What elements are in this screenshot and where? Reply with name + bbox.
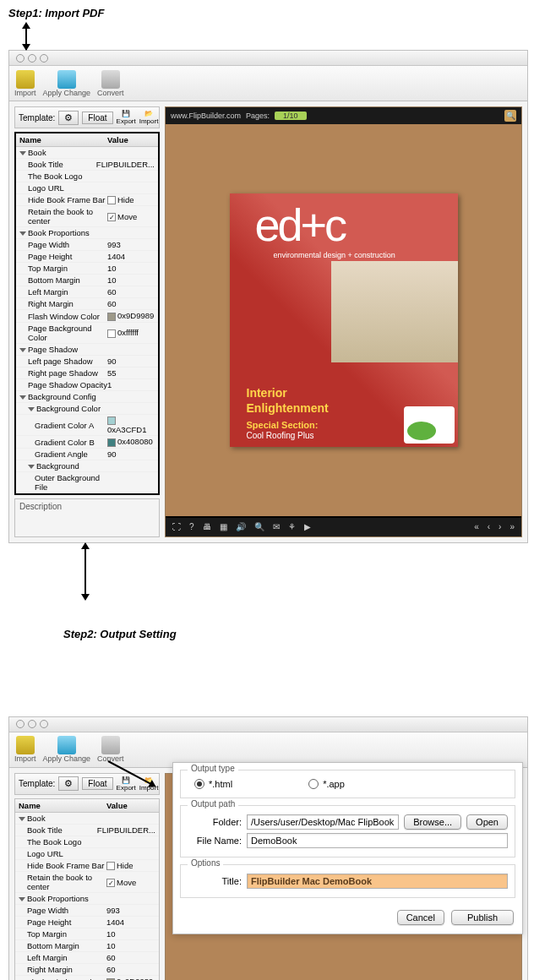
property-row[interactable]: Flash Window Color0x9D9989	[15, 976, 159, 980]
template-gear-button[interactable]: ⚙	[58, 111, 79, 125]
preview-stage[interactable]: ed+c environmental design + construction…	[166, 124, 521, 516]
browse-button[interactable]: Browse...	[404, 814, 461, 830]
cancel-button[interactable]: Cancel	[397, 910, 444, 925]
page-indicator: 1/10	[275, 112, 307, 120]
property-row[interactable]: Book TitleFLIPBUILDER...	[16, 159, 158, 171]
folder-input[interactable]: /Users/user/Desktop/Mac FlipBook	[247, 814, 399, 830]
print-icon[interactable]: 🖶	[203, 522, 211, 531]
property-row[interactable]: Bottom Margin10	[15, 940, 159, 952]
property-row[interactable]: Left Margin60	[16, 286, 158, 298]
share-icon[interactable]: ⚘	[288, 522, 296, 531]
property-row[interactable]: Page Background Color0xffffff	[16, 323, 158, 344]
property-row[interactable]: Top Margin10	[16, 263, 158, 275]
next-page-icon[interactable]: ›	[499, 522, 501, 531]
property-row[interactable]: Book Proportions	[16, 227, 158, 239]
property-row[interactable]: Gradient Color A0xA3CFD1	[16, 415, 158, 436]
convert-label: Convert	[97, 89, 124, 97]
close-dot[interactable]	[16, 54, 25, 63]
property-row[interactable]: Right page Shadow55	[16, 368, 158, 379]
zoom-dot[interactable]	[40, 54, 48, 63]
property-row[interactable]: Bottom Margin10	[16, 275, 158, 286]
property-row[interactable]: Page Height1404	[15, 917, 159, 928]
template-float-button[interactable]: Float	[82, 112, 112, 124]
property-row[interactable]: Page Width993	[16, 239, 158, 251]
mail-icon[interactable]: ✉	[273, 522, 280, 531]
property-row[interactable]: Hide Book Frame BarHide	[16, 194, 158, 206]
header-name-2: Name	[19, 801, 106, 810]
search-icon[interactable]: 🔍	[504, 110, 516, 122]
property-row[interactable]: Top Margin10	[15, 928, 159, 940]
property-row[interactable]: Hide Book Frame BarHide	[15, 860, 159, 872]
radio-app[interactable]: *.app	[308, 779, 345, 789]
convert-icon-2	[101, 736, 120, 754]
zoom-dot-2[interactable]	[40, 720, 48, 728]
apply-change-button[interactable]: Apply Change	[43, 70, 91, 97]
property-row[interactable]: Left Margin60	[15, 952, 159, 964]
minimize-dot[interactable]	[28, 54, 36, 63]
import-template-button[interactable]: 📂Import	[139, 110, 159, 125]
convert-button-2[interactable]: Convert	[97, 736, 124, 763]
export-icon: 💾	[122, 110, 130, 117]
property-row[interactable]: Left page Shadow90	[16, 356, 158, 368]
property-row[interactable]: The Book Logo	[16, 171, 158, 182]
convert-button[interactable]: Convert	[97, 70, 124, 97]
prev-page-icon[interactable]: ‹	[488, 522, 490, 531]
properties-body-2[interactable]: BookBook TitleFLIPBUILDER...The Book Log…	[15, 813, 159, 980]
property-row[interactable]: Right Margin60	[15, 964, 159, 976]
publish-button[interactable]: Publish	[451, 910, 514, 925]
apply-change-button-2[interactable]: Apply Change	[43, 736, 91, 763]
import-button-2[interactable]: Import	[14, 736, 36, 763]
property-row[interactable]: Flash Window Color0x9D9989	[16, 310, 158, 322]
filename-input[interactable]: DemoBook	[247, 833, 508, 848]
export-button-2[interactable]: 💾Export	[117, 776, 136, 792]
template-label-2: Template:	[19, 779, 55, 788]
thumbnails-icon[interactable]: ▦	[220, 522, 227, 531]
output-type-section: Output type *.html *.app	[180, 770, 515, 798]
property-row[interactable]: Gradient Angle90	[16, 449, 158, 460]
property-row[interactable]: Gradient Color B0x408080	[16, 436, 158, 448]
apply-icon-2	[57, 736, 76, 754]
first-page-icon[interactable]: «	[474, 522, 479, 531]
template-float-button-2[interactable]: Float	[82, 777, 112, 790]
export-icon-2: 💾	[122, 776, 130, 784]
property-row[interactable]: Book	[15, 813, 159, 825]
zoom-icon[interactable]: 🔍	[254, 522, 264, 531]
fullscreen-icon[interactable]: ⛶	[172, 522, 181, 531]
help-icon[interactable]: ?	[189, 522, 194, 531]
autoplay-icon[interactable]: ▶	[304, 522, 311, 531]
last-page-icon[interactable]: »	[509, 522, 515, 531]
radio-html[interactable]: *.html	[194, 779, 232, 789]
magazine-cover: ed+c environmental design + construction…	[230, 193, 458, 447]
property-row[interactable]: Page Shadow	[16, 344, 158, 356]
import-button[interactable]: Import	[14, 70, 36, 97]
property-row[interactable]: Logo URL	[15, 848, 159, 860]
sound-icon[interactable]: 🔊	[236, 522, 246, 531]
property-row[interactable]: Right Margin60	[16, 298, 158, 310]
properties-body[interactable]: BookBook TitleFLIPBUILDER...The Book Log…	[16, 147, 158, 493]
property-row[interactable]: Background Config	[16, 391, 158, 403]
title-label: Title:	[188, 876, 242, 886]
property-row[interactable]: Retain the book to centerMove	[16, 206, 158, 227]
template-gear-button-2[interactable]: ⚙	[58, 776, 79, 791]
property-row[interactable]: Page Shadow Opacity1	[16, 379, 158, 391]
close-dot-2[interactable]	[16, 720, 25, 728]
property-row[interactable]: Book TitleFLIPBUILDER...	[15, 825, 159, 836]
property-row[interactable]: Outer Background File	[16, 472, 158, 493]
property-row[interactable]: The Book Logo	[15, 836, 159, 848]
property-row[interactable]: Book Proportions	[15, 893, 159, 905]
open-button[interactable]: Open	[466, 814, 508, 830]
property-row[interactable]: Logo URL	[16, 182, 158, 194]
titlebar-2	[9, 717, 527, 732]
template-label: Template:	[19, 113, 55, 122]
property-row[interactable]: Page Width993	[15, 905, 159, 917]
property-row[interactable]: Background	[16, 460, 158, 472]
property-row[interactable]: Book	[16, 147, 158, 159]
preview-bottom-bar: ⛶ ? 🖶 ▦ 🔊 🔍 ✉ ⚘ ▶ « ‹ › »	[166, 516, 521, 536]
property-row[interactable]: Background Color	[16, 403, 158, 415]
title-input[interactable]: FlipBuilder Mac DemoBook	[247, 874, 508, 889]
minimize-dot-2[interactable]	[28, 720, 36, 728]
export-button[interactable]: 💾Export	[117, 110, 136, 125]
left-panel: Template: ⚙ Float 💾Export 📂Import Name V…	[14, 106, 160, 537]
property-row[interactable]: Retain the book to centerMove	[15, 872, 159, 893]
property-row[interactable]: Page Height1404	[16, 251, 158, 263]
